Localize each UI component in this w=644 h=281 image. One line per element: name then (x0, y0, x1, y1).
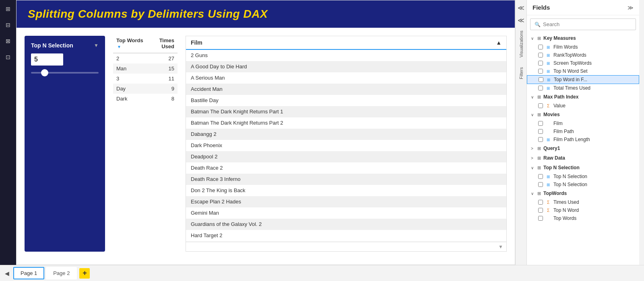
field-checkbox[interactable] (538, 45, 543, 49)
field-checkbox[interactable] (538, 129, 543, 134)
list-item[interactable]: ⊞ Top N Selection (527, 172, 639, 180)
list-item[interactable]: Batman The Dark Knight Returns Part 2 (186, 117, 506, 129)
scroll-up-arrow[interactable]: ▲ (496, 39, 502, 46)
table-icon: ⊞ (537, 165, 541, 170)
scroll-down-arrow[interactable]: ▼ (498, 244, 503, 250)
search-box[interactable]: 🔍 (530, 18, 636, 30)
tree-section-header[interactable]: > ⊞ Raw Data (527, 153, 639, 163)
sidebar-icon-4[interactable]: ⊡ (2, 51, 14, 63)
list-item[interactable]: A Good Day to Die Hard (186, 61, 506, 72)
list-item[interactable]: ⊞ Screen TopWords (527, 59, 639, 67)
list-item[interactable]: Film Path (527, 127, 639, 135)
fields-panel: Fields ≫ 🔍 ∨ ⊞ Key Measures ⊞ Film Words… (526, 0, 639, 265)
list-item[interactable]: Batman The Dark Knight Returns Part 1 (186, 106, 506, 117)
tree-section-header[interactable]: ∨ ⊞ Top N Selection (527, 163, 639, 172)
field-checkbox[interactable] (538, 61, 543, 66)
fields-panel-collapse[interactable]: ≫ (627, 4, 634, 11)
list-item[interactable]: Σ Top N Word (527, 206, 639, 214)
list-item[interactable]: Don 2 The King is Back (186, 185, 506, 196)
field-checkbox[interactable] (538, 200, 543, 205)
list-item[interactable]: Dabangg 2 (186, 129, 506, 140)
field-checkbox[interactable] (538, 69, 543, 74)
tree-section-header[interactable]: ∨ ⊞ TopWords (527, 189, 639, 198)
report-page: Splitting Columns by Delimiters Using DA… (16, 0, 515, 265)
chevron-icon: ∨ (531, 191, 536, 196)
field-label: Times Used (553, 199, 635, 205)
field-label: RankTopWords (553, 52, 635, 58)
collapse-right-btn[interactable]: ≪ (516, 15, 526, 26)
list-item[interactable]: Accident Man (186, 84, 506, 95)
field-type-icon: ⊞ (545, 53, 551, 57)
chevron-icon: > (531, 156, 536, 160)
collapse-left-btn[interactable]: ≪ (516, 2, 526, 13)
list-item[interactable]: Σ Value (527, 102, 639, 110)
count-cell: 11 (147, 74, 178, 84)
list-item[interactable]: Gemini Man (186, 207, 506, 219)
sidebar-icon-1[interactable]: ⊞ (2, 3, 14, 14)
nav-prev-arrow[interactable]: ◀ (3, 269, 11, 278)
word-cell: Man (113, 64, 147, 74)
report-content: Top N Selection ▼ 5 (17, 28, 515, 260)
list-item[interactable]: A Serious Man (186, 72, 506, 84)
table-row: Day9 (113, 84, 178, 94)
field-checkbox[interactable] (538, 137, 543, 142)
section-name: Query1 (543, 146, 560, 151)
add-page-button[interactable]: + (79, 268, 90, 279)
list-item[interactable]: ⊞ Film Words (527, 43, 639, 51)
sidebar-icon-2[interactable]: ⊟ (2, 19, 14, 31)
list-item[interactable]: Death Race 3 Inferno (186, 174, 506, 185)
tree-section-header[interactable]: ∨ ⊞ Key Measures (527, 33, 639, 43)
section-name: TopWords (543, 191, 567, 196)
list-item[interactable]: Hard Target 2 (186, 230, 506, 241)
list-item[interactable]: 2 Guns (186, 50, 506, 61)
search-input[interactable] (543, 21, 632, 27)
field-checkbox[interactable] (539, 77, 543, 82)
tree-section-header[interactable]: ∨ ⊞ Max Path Index (527, 92, 639, 102)
list-item[interactable]: ⊞ Top N Word Set (527, 67, 639, 75)
list-item[interactable]: ⊞ RankTopWords (527, 51, 639, 59)
tree-section-header[interactable]: ∨ ⊞ Movies (527, 110, 639, 119)
field-checkbox[interactable] (538, 174, 543, 179)
slider-thumb[interactable] (41, 69, 48, 76)
top-n-input[interactable]: 5 (31, 53, 63, 66)
top-n-selection-card: Top N Selection ▼ 5 (25, 36, 105, 252)
list-item[interactable]: Deadpool 2 (186, 151, 506, 162)
field-checkbox[interactable] (538, 121, 543, 126)
section-name: Raw Data (543, 155, 565, 161)
list-item[interactable]: ⊞ Total Times Used (527, 84, 639, 92)
table-icon: ⊞ (537, 156, 541, 161)
sidebar-icon-3[interactable]: ⊠ (2, 35, 14, 47)
field-checkbox[interactable] (538, 216, 543, 221)
field-label: Top Word in F... (554, 77, 635, 82)
page-title: Splitting Columns by Delimiters Using DA… (28, 8, 504, 21)
page-tab-2[interactable]: Page 2 (46, 267, 77, 279)
card-dropdown-arrow[interactable]: ▼ (94, 43, 99, 48)
list-item[interactable]: ⊞ Film Path Length (527, 135, 639, 144)
filters-tab[interactable]: Filters (519, 67, 524, 79)
list-item[interactable]: Film (527, 119, 639, 127)
list-item[interactable]: Σ Times Used (527, 198, 639, 206)
field-checkbox[interactable] (538, 182, 543, 187)
field-checkbox[interactable] (538, 53, 543, 57)
list-item[interactable]: ⊞ Top Word in F... (527, 75, 639, 84)
visualizations-tab[interactable]: Visualizations (519, 31, 524, 57)
list-item[interactable]: Dark Phoenix (186, 140, 506, 151)
film-list-scroll[interactable]: 2 GunsA Good Day to Die HardA Serious Ma… (186, 50, 506, 242)
tree-section-header[interactable]: > ⊞ Query1 (527, 144, 639, 153)
field-type-icon: ⊞ (545, 174, 551, 179)
field-checkbox[interactable] (538, 86, 543, 90)
tree-section: ∨ ⊞ TopWords Σ Times Used Σ Top N Word T… (527, 189, 639, 222)
list-item[interactable]: Top Words (527, 214, 639, 222)
list-item[interactable]: Escape Plan 2 Hades (186, 196, 506, 207)
slider-track[interactable] (31, 72, 99, 74)
field-label: Film Path (553, 129, 635, 134)
list-item[interactable]: ⊞ Top N Selection (527, 180, 639, 189)
field-type-icon: ⊞ (545, 86, 551, 90)
field-type-icon: ⊞ (545, 137, 551, 142)
list-item[interactable]: Death Race 2 (186, 162, 506, 174)
page-tab-1[interactable]: Page 1 (13, 267, 44, 279)
field-checkbox[interactable] (538, 103, 543, 108)
list-item[interactable]: Bastille Day (186, 95, 506, 106)
field-checkbox[interactable] (538, 208, 543, 213)
list-item[interactable]: Guardians of the Galaxy Vol. 2 (186, 219, 506, 230)
